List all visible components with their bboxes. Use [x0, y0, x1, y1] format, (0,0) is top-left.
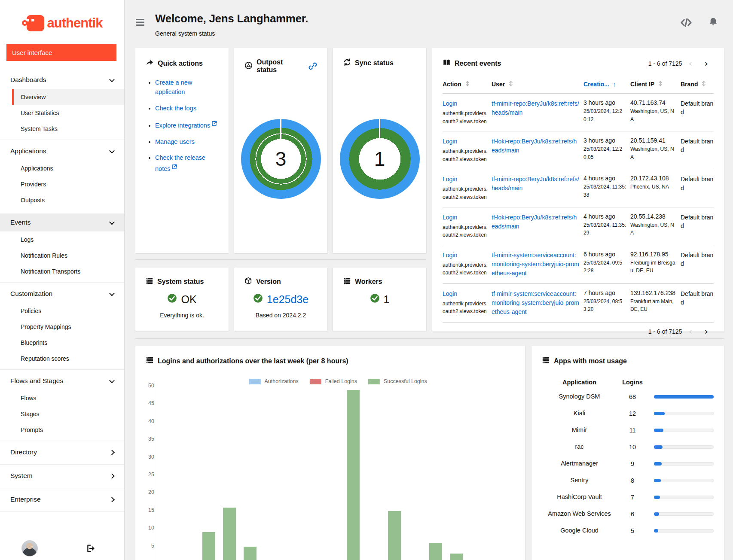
apps-usage-table: Application Logins Synology DSM 68 Kiali… — [542, 379, 714, 539]
sidebar-section-header[interactable]: Directory — [0, 443, 124, 461]
events-table-body: Login authentik.providers.oauth2.views.t… — [443, 94, 714, 323]
app-usage-bar — [654, 412, 714, 415]
quick-action-link-explore-integrations[interactable]: Explore integrations — [155, 122, 217, 129]
pagination-next-button[interactable]: › — [699, 327, 714, 336]
sidebar-item-blueprints[interactable]: Blueprints — [0, 335, 124, 350]
column-header-action[interactable]: Action — [443, 80, 488, 88]
sidebar-item-overview[interactable]: Overview — [12, 89, 124, 105]
external-link-icon — [211, 121, 217, 128]
sidebar-section-header[interactable]: Flows and Stages — [0, 372, 124, 390]
hamburger-menu-icon[interactable] — [135, 18, 145, 27]
notifications-bell-icon[interactable] — [709, 17, 718, 27]
event-time-ago: 7 hours ago — [583, 289, 626, 296]
event-action-detail: authentik.providers.oauth2.views.token — [443, 110, 488, 125]
sidebar-item-system-tasks[interactable]: System Tasks — [0, 121, 124, 137]
sidebar-item-notification-transports[interactable]: Notification Transports — [0, 263, 124, 279]
sidebar-item-reputation-scores[interactable]: Reputation scores — [0, 350, 124, 366]
quick-action-item: Manage users — [155, 137, 218, 146]
authentik-logo-text: authentik — [47, 15, 103, 31]
event-action-link[interactable]: Login — [443, 100, 457, 107]
event-timestamp: 25/03/2024, 08:53:20 — [583, 298, 626, 313]
event-action-link[interactable]: Login — [443, 252, 457, 259]
outpost-icon — [244, 61, 253, 71]
column-header-client-ip[interactable]: Client IP — [630, 80, 677, 88]
sidebar-item-outposts[interactable]: Outposts — [0, 192, 124, 208]
event-client-ip-cell: 20.51.159.41 Washington, US, NA — [630, 137, 677, 163]
server-icon — [146, 277, 153, 286]
sidebar-section-directory: Directory — [0, 441, 124, 464]
pagination-prev-button[interactable]: ‹ — [683, 59, 698, 68]
app-name: Kiali — [542, 409, 617, 418]
quick-action-link-check-the-release-notes[interactable]: Check the release notes — [155, 154, 205, 172]
sort-icon — [701, 80, 706, 88]
sidebar-item-logs[interactable]: Logs — [0, 231, 124, 247]
version-link[interactable]: 1e25d3e — [267, 293, 308, 306]
api-code-icon[interactable] — [680, 17, 692, 27]
sidebar-section-header[interactable]: Applications — [0, 142, 124, 160]
chevron-right-icon — [109, 497, 115, 502]
app-usage-row-rac: rac 10 — [542, 438, 714, 455]
recent-events-card: Recent events 1 - 6 of 7125 ‹ › ActionUs… — [432, 48, 724, 332]
event-time-ago: 6 hours ago — [583, 251, 626, 258]
pagination-prev-button[interactable]: ‹ — [683, 327, 698, 336]
user-interface-button[interactable]: User interface — [6, 44, 116, 61]
sidebar-item-providers[interactable]: Providers — [0, 176, 124, 192]
sidebar-item-property-mappings[interactable]: Property Mappings — [0, 319, 124, 335]
app-usage-row-hashicorp-vault: HashiCorp Vault 7 — [542, 489, 714, 505]
event-user-cell: tf-mimir-repo:BeryJu/k8s:ref:refs/heads/… — [492, 99, 580, 125]
event-action-cell: Login authentik.providers.oauth2.views.t… — [443, 99, 488, 125]
page-header: Welcome, Jens Langhammer. General system… — [135, 12, 724, 37]
sidebar-section-system: System — [0, 464, 124, 488]
server-icon — [146, 356, 154, 366]
quick-action-link-create-a-new-application[interactable]: Create a new application — [155, 79, 192, 95]
sidebar-section-header[interactable]: Enterprise — [0, 490, 124, 508]
quick-action-item: Check the release notes — [155, 153, 218, 173]
event-action-link[interactable]: Login — [443, 138, 457, 145]
pagination-next-button[interactable]: › — [699, 59, 714, 68]
sidebar-section-header[interactable]: Events — [0, 213, 124, 231]
event-user-link[interactable]: tf-mimir-system:serviceaccount:monitorin… — [492, 290, 579, 315]
sidebar-section-header[interactable]: Dashboards — [0, 71, 124, 89]
dashboard-bottom-region: Logins and authorizations over the last … — [135, 346, 724, 560]
user-avatar[interactable] — [21, 540, 38, 557]
quick-action-link-manage-users[interactable]: Manage users — [155, 138, 195, 145]
event-brand-cell: Default brand — [681, 213, 714, 239]
event-user-link[interactable]: tf-mimir-repo:BeryJu/k8s:ref:refs/heads/… — [492, 100, 579, 116]
column-header-user[interactable]: User — [492, 80, 580, 88]
event-user-link[interactable]: tf-mimir-repo:BeryJu/k8s:ref:refs/heads/… — [492, 176, 579, 192]
outpost-count: 3 — [241, 119, 321, 199]
quick-action-item: Explore integrations — [155, 119, 218, 130]
event-user-link[interactable]: tf-loki-repo:BeryJu/k8s:ref:refs/heads/m… — [492, 214, 577, 230]
event-user-link[interactable]: tf-mimir-system:serviceaccount:monitorin… — [492, 252, 579, 277]
sidebar-section-header[interactable]: System — [0, 467, 124, 485]
sidebar-item-applications[interactable]: Applications — [0, 160, 124, 176]
event-client-ip-cell: 20.172.43.108 Phoenix, US, NA — [630, 175, 677, 201]
event-user-link[interactable]: tf-loki-repo:BeryJu/k8s:ref:refs/heads/m… — [492, 138, 577, 154]
sidebar-item-user-statistics[interactable]: User Statistics — [0, 105, 124, 121]
column-header-brand[interactable]: Brand — [681, 80, 714, 88]
column-header-creatio-[interactable]: Creatio...↑ — [583, 80, 626, 88]
event-ip: 20.51.159.41 — [630, 137, 677, 144]
event-action-link[interactable]: Login — [443, 290, 457, 297]
event-client-ip-cell: 139.162.176.238 Frankfurt am Main, DE, E… — [630, 289, 677, 317]
sidebar-item-stages[interactable]: Stages — [0, 406, 124, 422]
sidebar-section-header[interactable]: Customization — [0, 285, 124, 303]
event-action-link[interactable]: Login — [443, 214, 457, 221]
sidebar-item-policies[interactable]: Policies — [0, 303, 124, 319]
link-icon[interactable] — [308, 62, 317, 70]
legend-swatch — [249, 379, 260, 384]
sign-out-icon[interactable] — [86, 544, 95, 553]
app-usage-row-google-cloud: Google Cloud 5 — [542, 522, 714, 539]
sort-icon — [508, 80, 513, 88]
sidebar-item-prompts[interactable]: Prompts — [0, 422, 124, 438]
event-action-link[interactable]: Login — [443, 176, 457, 183]
app-name: Amazon Web Services — [542, 509, 617, 518]
sidebar-item-flows[interactable]: Flows — [0, 390, 124, 406]
outpost-status-card: Outpost status 3 — [234, 48, 327, 253]
quick-action-link-check-the-logs[interactable]: Check the logs — [155, 105, 196, 112]
version-title: Version — [241, 277, 321, 286]
chevron-down-icon — [109, 377, 115, 383]
sidebar-item-notification-rules[interactable]: Notification Rules — [0, 247, 124, 263]
sidebar-section-label: Applications — [10, 147, 46, 155]
event-action-detail: authentik.providers.oauth2.views.token — [443, 261, 488, 277]
